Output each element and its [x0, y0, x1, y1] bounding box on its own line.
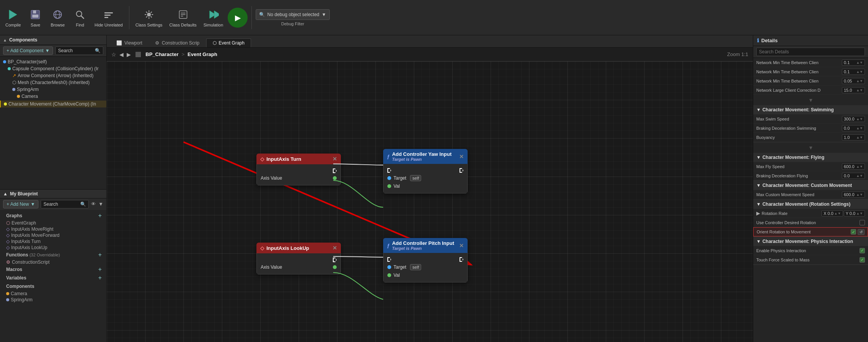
char-movement-item[interactable]: Character Movement (CharMoveComp) (In — [0, 101, 106, 107]
viewport-tab[interactable]: ⬜ Viewport — [110, 38, 149, 47]
eye-icon[interactable]: 👁 — [91, 201, 96, 207]
input-axis-turn-item[interactable]: ◇ InputAxis Turn — [0, 238, 106, 245]
touch-force-checkbox[interactable]: ✓ — [860, 257, 865, 263]
network-value-3[interactable]: 0.05 ▲▼ — [842, 78, 865, 84]
bp-character-item[interactable]: BP_Character(self) — [0, 58, 106, 65]
buoyancy-value[interactable]: 1.0 ▲▼ — [842, 134, 865, 140]
capsule-item[interactable]: Capsule Component (CollisionCylinder) (I… — [0, 65, 106, 72]
yaw-close[interactable]: ✕ — [459, 154, 464, 160]
diamond-icon-2: ◇ — [6, 233, 10, 238]
variables-add-button[interactable]: + — [97, 274, 103, 281]
flying-title: Character Movement: Flying — [762, 155, 824, 160]
graphs-add-button[interactable]: + — [97, 212, 103, 219]
orient-rotation-checkbox[interactable]: ✓ — [851, 229, 856, 235]
fly-braking-value[interactable]: 0.0 ▲▼ — [842, 173, 865, 179]
input-lookup-node[interactable]: ◇ InputAxis LookUp ✕ Axis Value — [256, 243, 341, 274]
swimming-collapse-icon: ▼ — [756, 107, 761, 112]
macros-add-button[interactable]: + — [97, 266, 103, 273]
enable-physics-checkbox[interactable]: ✓ — [860, 248, 865, 253]
custom-header[interactable]: ▼ Character Movement: Custom Movement — [753, 181, 868, 190]
arrow-icon: ↗ — [12, 73, 16, 78]
debug-object-select[interactable]: 🔍 No debug object selected ▼ — [256, 9, 329, 20]
rotation-header[interactable]: ▼ Character Movement (Rotation Settings) — [753, 200, 868, 209]
breadcrumb-sep: > — [182, 51, 185, 57]
components-header: ▲ Components — [0, 35, 106, 45]
input-axis-lookup-item[interactable]: ◇ InputAxis LookUp — [0, 245, 106, 251]
input-axis-moveforward-item[interactable]: ◇ InputAxis MoveForward — [0, 232, 106, 238]
viewport-tab-icon: ⬜ — [116, 40, 122, 46]
input-turn-node[interactable]: ◇ InputAxis Turn ✕ Axis Value — [256, 154, 341, 185]
yaw-target-label: Target — [393, 175, 406, 181]
camera-item[interactable]: Camera — [0, 93, 106, 100]
max-custom-speed-value[interactable]: 600.0 ▲▼ — [842, 192, 865, 198]
rotation-y-text: Y 0.0 — [846, 211, 856, 216]
spring-arm-icon — [12, 88, 15, 91]
add-component-button[interactable]: + Add Component ▼ — [3, 46, 53, 55]
event-graph-icon: ⬡ — [6, 220, 10, 226]
compile-button[interactable]: Compile — [3, 6, 23, 29]
network-value-2[interactable]: 0.1 ▲▼ — [842, 69, 865, 75]
orient-rotation-reset[interactable]: ↺ — [858, 229, 865, 235]
components-search-box[interactable]: Search 🔍 — [55, 46, 103, 55]
fly-speed-arrow: ▲▼ — [856, 165, 863, 169]
blueprint-search-box[interactable]: Search 🔍 — [41, 200, 89, 208]
swimming-header[interactable]: ▼ Character Movement: Swimming — [753, 105, 868, 114]
details-search-input[interactable] — [756, 48, 865, 56]
functions-add-button[interactable]: + — [97, 251, 103, 258]
class-settings-button[interactable]: Class Settings — [133, 6, 165, 29]
pitch-close[interactable]: ✕ — [459, 243, 464, 249]
simulation-button[interactable]: Simulation — [201, 6, 225, 29]
details-search-area — [753, 46, 868, 58]
swim-speed-value[interactable]: 300.0 ▲▼ — [842, 116, 865, 122]
buoyancy-row: Buoyancy 1.0 ▲▼ — [753, 133, 868, 142]
construction-script-item[interactable]: ⚙ ConstructionScript — [0, 259, 106, 265]
back-nav[interactable]: ◀ — [119, 51, 124, 58]
add-controller-yaw-node[interactable]: ƒ Add Controller Yaw Input Target is Paw… — [383, 149, 468, 193]
network-row-1: Network Min Time Between Clien 0.1 ▲▼ — [753, 58, 868, 67]
flying-header[interactable]: ▼ Character Movement: Flying — [753, 153, 868, 162]
mesh-item[interactable]: ⬡ Mesh (CharacterMesh0) (Inherited) — [0, 79, 106, 86]
yaw-header: ƒ Add Controller Yaw Input Target is Paw… — [383, 149, 468, 164]
event-graph-tab[interactable]: ⬡ Event Graph — [206, 38, 251, 47]
spring-arm-bp-item[interactable]: SpringArm — [0, 297, 106, 303]
hide-unrelated-button[interactable]: Hide Unrelated — [92, 6, 125, 29]
add-new-button[interactable]: + Add New ▼ — [3, 200, 38, 208]
right-panel: ℹ Details Network Min Time Between Clien… — [753, 35, 868, 342]
rotation-x-value[interactable]: X 0.0 ▲▼ — [822, 210, 843, 216]
save-button[interactable]: Save — [25, 6, 45, 29]
network-value-4[interactable]: 15.0 ▲▼ — [842, 87, 865, 93]
input-turn-close[interactable]: ✕ — [332, 156, 337, 162]
network-val-text-1: 0.1 — [844, 60, 850, 65]
camera-bp-item[interactable]: Camera — [0, 291, 106, 297]
arrow-item[interactable]: ↗ Arrow Component (Arrow) (Inherited) — [0, 72, 106, 79]
browse-button[interactable]: Browse — [48, 6, 68, 29]
graph-area[interactable]: ◇ InputAxis Turn ✕ Axis Value — [107, 61, 753, 342]
dropdown-icon[interactable]: ▼ — [98, 201, 103, 207]
rotation-y-value[interactable]: Y 0.0 ▲▼ — [844, 210, 865, 216]
use-controller-rotation-checkbox[interactable]: ✓ — [860, 220, 865, 225]
class-defaults-button[interactable]: Class Defaults — [167, 6, 199, 29]
forward-nav[interactable]: ▶ — [127, 51, 131, 58]
yaw-exec-in-arrow — [387, 168, 391, 173]
input-lookup-close[interactable]: ✕ — [332, 245, 337, 251]
find-button[interactable]: Find — [70, 6, 90, 29]
main-layout: ▲ Components + Add Component ▼ Search 🔍 … — [0, 35, 868, 342]
buoyancy-text: 1.0 — [844, 135, 850, 140]
pitch-target-pin: Target self — [387, 263, 463, 271]
add-controller-pitch-node[interactable]: ƒ Add Controller Pitch Input Target is P… — [383, 238, 468, 283]
construction-script-tab[interactable]: ⚙ Construction Scrip — [149, 38, 206, 47]
svg-rect-11 — [104, 17, 108, 18]
max-fly-speed-value[interactable]: 600.0 ▲▼ — [842, 164, 865, 170]
spring-arm-item[interactable]: SpringArm — [0, 86, 106, 93]
comp-toolbar: + Add Component ▼ Search 🔍 — [0, 45, 106, 57]
event-graph-item[interactable]: ⬡ EventGraph — [0, 220, 106, 226]
pitch-exec-out-arrow — [460, 257, 463, 262]
search-icon: 🔍 — [95, 48, 101, 53]
find-label: Find — [76, 23, 84, 27]
play-button[interactable]: ▶ — [228, 8, 248, 28]
network-value-1[interactable]: 0.1 ▲▼ — [842, 59, 865, 66]
swim-braking-value[interactable]: 0.0 ▲▼ — [842, 125, 865, 131]
physics-header[interactable]: ▼ Character Movement: Physics Interactio… — [753, 237, 868, 246]
svg-rect-3 — [32, 15, 38, 18]
input-axis-moveright-item[interactable]: ◇ InputAxis MoveRight — [0, 226, 106, 232]
